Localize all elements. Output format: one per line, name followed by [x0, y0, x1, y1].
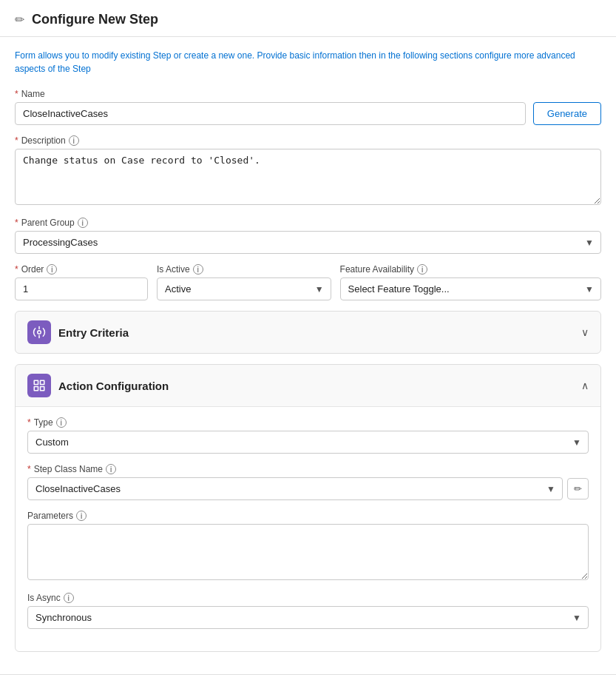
order-label: * Order i: [15, 264, 148, 275]
description-group: * Description i: [15, 135, 601, 207]
step-class-group: * Step Class Name i CloseInactiveCases ▼…: [27, 464, 589, 500]
svg-point-0: [38, 331, 41, 334]
is-active-group: Is Active i Active Inactive ▼: [157, 264, 331, 300]
is-active-select-wrapper: Active Inactive ▼: [157, 277, 331, 300]
action-config-body: * Type i Custom Standard ▼: [16, 406, 600, 651]
svg-rect-3: [34, 380, 38, 384]
parent-group-required-star: *: [15, 218, 18, 228]
step-class-required-star: *: [27, 464, 31, 474]
modal-footer: ✕ Close 💾 Save: [0, 674, 616, 683]
pencil-icon: ✏: [15, 13, 24, 27]
step-class-row: CloseInactiveCases ▼ ✏: [27, 477, 589, 500]
step-class-select[interactable]: CloseInactiveCases: [27, 477, 563, 500]
modal-header: ✏ Configure New Step: [0, 0, 616, 37]
is-active-info-icon[interactable]: i: [193, 264, 203, 275]
order-row: * Order i Is Active i Active Inactive ▼: [15, 264, 601, 311]
is-active-select[interactable]: Active Inactive: [157, 277, 331, 300]
feature-availability-select-wrapper: Select Feature Toggle... ▼: [340, 277, 601, 300]
description-textarea[interactable]: [15, 149, 601, 205]
description-label: * Description i: [15, 135, 601, 146]
info-text: Form allows you to modify existing Step …: [15, 49, 601, 75]
name-group: * Name Generate: [15, 89, 601, 125]
type-required-star: *: [27, 417, 31, 428]
svg-rect-4: [41, 380, 44, 384]
parent-group-group: * Parent Group i ProcessingCases ▼: [15, 218, 601, 254]
name-required-star: *: [15, 89, 18, 99]
description-info-icon[interactable]: i: [69, 135, 79, 146]
type-group: * Type i Custom Standard ▼: [27, 417, 589, 454]
entry-criteria-header[interactable]: Entry Criteria ∨: [16, 312, 600, 353]
feature-availability-label: Feature Availability i: [340, 264, 601, 275]
modal-title: Configure New Step: [32, 12, 158, 27]
order-group: * Order i: [15, 264, 148, 300]
generate-button[interactable]: Generate: [533, 102, 601, 125]
step-class-info-icon[interactable]: i: [106, 464, 116, 474]
action-config-collapse-icon[interactable]: ∧: [581, 380, 589, 391]
name-input[interactable]: [15, 102, 526, 125]
configure-step-modal: ✏ Configure New Step Form allows you to …: [0, 0, 616, 683]
is-async-select[interactable]: Synchronous Asynchronous: [27, 606, 589, 629]
is-async-info-icon[interactable]: i: [64, 593, 74, 603]
order-required-star: *: [15, 264, 18, 275]
action-config-header-left: Action Configuration: [27, 374, 169, 397]
type-select-wrapper: Custom Standard ▼: [27, 431, 589, 454]
is-async-label: Is Async i: [27, 593, 589, 603]
feature-availability-info-icon[interactable]: i: [417, 264, 427, 275]
parameters-label: Parameters i: [27, 511, 589, 521]
name-label: * Name: [15, 89, 601, 99]
action-config-header[interactable]: Action Configuration ∧: [16, 365, 600, 406]
entry-criteria-header-left: Entry Criteria: [27, 320, 129, 344]
step-class-select-wrapper: CloseInactiveCases ▼: [27, 477, 563, 500]
svg-rect-6: [34, 387, 38, 391]
order-info-icon[interactable]: i: [47, 264, 57, 275]
entry-criteria-collapse-icon[interactable]: ∨: [581, 326, 589, 338]
order-input[interactable]: [15, 277, 148, 300]
parameters-group: Parameters i: [27, 511, 589, 582]
description-required-star: *: [15, 135, 18, 146]
parent-group-select[interactable]: ProcessingCases: [15, 231, 601, 254]
is-async-group: Is Async i Synchronous Asynchronous ▼: [27, 593, 589, 629]
parameters-info-icon[interactable]: i: [76, 511, 87, 521]
action-config-title: Action Configuration: [58, 380, 169, 392]
type-info-icon[interactable]: i: [56, 417, 67, 428]
parent-group-info-icon[interactable]: i: [78, 218, 88, 228]
step-class-edit-button[interactable]: ✏: [567, 478, 589, 499]
type-select[interactable]: Custom Standard: [27, 431, 589, 454]
action-config-icon: [27, 374, 51, 397]
is-async-select-wrapper: Synchronous Asynchronous ▼: [27, 606, 589, 629]
svg-rect-5: [41, 387, 44, 391]
entry-criteria-icon: [27, 320, 51, 344]
feature-availability-group: Feature Availability i Select Feature To…: [340, 264, 601, 300]
type-label: * Type i: [27, 417, 589, 428]
modal-body: Form allows you to modify existing Step …: [0, 37, 616, 674]
feature-availability-select[interactable]: Select Feature Toggle...: [340, 277, 601, 300]
parameters-textarea[interactable]: [27, 524, 589, 580]
parent-group-label: * Parent Group i: [15, 218, 601, 228]
entry-criteria-panel: Entry Criteria ∨: [15, 311, 601, 354]
name-row: Generate: [15, 102, 601, 125]
parent-group-select-wrapper: ProcessingCases ▼: [15, 231, 601, 254]
is-active-label: Is Active i: [157, 264, 331, 275]
step-class-label: * Step Class Name i: [27, 464, 589, 474]
entry-criteria-title: Entry Criteria: [58, 326, 129, 339]
action-config-panel: Action Configuration ∧ * Type i Custom S: [15, 364, 601, 652]
